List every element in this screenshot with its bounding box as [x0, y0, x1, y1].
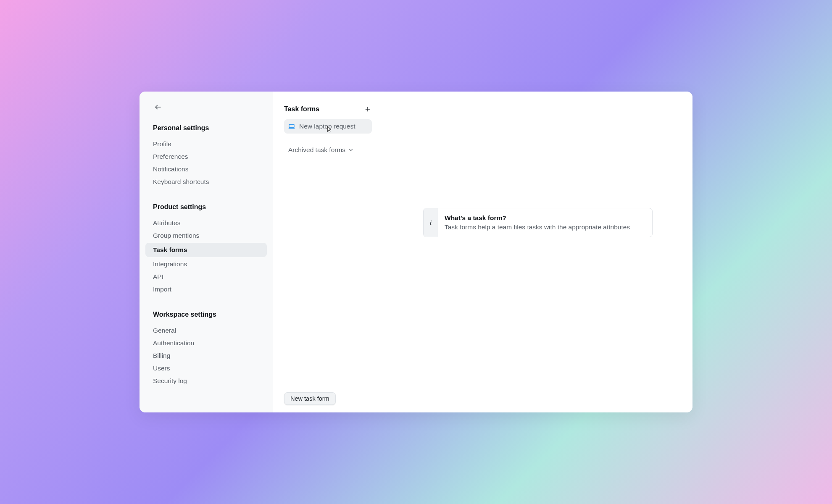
nav-heading-product: Product settings [153, 203, 259, 211]
info-card: i What's a task form? Task forms help a … [423, 208, 653, 238]
nav-content: Personal settings Profile Preferences No… [143, 124, 269, 402]
task-forms-header: Task forms [276, 105, 379, 113]
nav-item-integrations[interactable]: Integrations [153, 258, 259, 270]
arrow-left-icon [154, 103, 162, 111]
nav-item-task-forms[interactable]: Task forms [145, 243, 267, 257]
nav-item-general[interactable]: General [153, 324, 259, 337]
task-form-item-label: New laptop request [299, 123, 355, 130]
task-forms-title: Task forms [284, 105, 319, 113]
nav-section-product: Product settings Attributes Group mentio… [143, 203, 269, 296]
info-body: Task forms help a team files tasks with … [445, 223, 630, 232]
nav-item-profile[interactable]: Profile [153, 138, 259, 150]
nav-item-notifications[interactable]: Notifications [153, 163, 259, 176]
plus-icon [365, 106, 371, 112]
nav-item-keyboard-shortcuts[interactable]: Keyboard shortcuts [153, 176, 259, 188]
task-forms-list-panel: Task forms New laptop request Archived t… [273, 92, 383, 412]
nav-item-preferences[interactable]: Preferences [153, 150, 259, 163]
archived-label: Archived task forms [288, 146, 345, 154]
laptop-icon [288, 123, 295, 130]
new-task-form-button[interactable]: New task form [284, 392, 336, 405]
nav-item-security-log[interactable]: Security log [153, 375, 259, 387]
info-title: What's a task form? [445, 213, 630, 223]
info-icon: i [430, 219, 432, 226]
nav-item-attributes[interactable]: Attributes [153, 217, 259, 229]
nav-item-api[interactable]: API [153, 270, 259, 283]
nav-section-workspace: Workspace settings General Authenticatio… [143, 311, 269, 387]
nav-item-billing[interactable]: Billing [153, 349, 259, 362]
main-content: i What's a task form? Task forms help a … [383, 92, 692, 412]
nav-heading-personal: Personal settings [153, 124, 259, 132]
nav-item-users[interactable]: Users [153, 362, 259, 375]
add-task-form-button[interactable] [363, 105, 372, 113]
back-button[interactable] [151, 103, 165, 111]
info-text: What's a task form? Task forms help a te… [438, 208, 637, 237]
archived-task-forms-toggle[interactable]: Archived task forms [284, 144, 372, 156]
info-icon-box: i [424, 208, 438, 237]
nav-item-group-mentions[interactable]: Group mentions [153, 229, 259, 242]
settings-window: Personal settings Profile Preferences No… [140, 92, 692, 412]
chevron-down-icon [348, 147, 354, 153]
nav-item-import[interactable]: Import [153, 283, 259, 296]
svg-rect-3 [289, 124, 294, 127]
task-form-item-new-laptop-request[interactable]: New laptop request [284, 119, 372, 134]
nav-item-authentication[interactable]: Authentication [153, 337, 259, 349]
nav-heading-workspace: Workspace settings [153, 311, 259, 318]
settings-sidebar: Personal settings Profile Preferences No… [140, 92, 273, 412]
nav-section-personal: Personal settings Profile Preferences No… [143, 124, 269, 188]
